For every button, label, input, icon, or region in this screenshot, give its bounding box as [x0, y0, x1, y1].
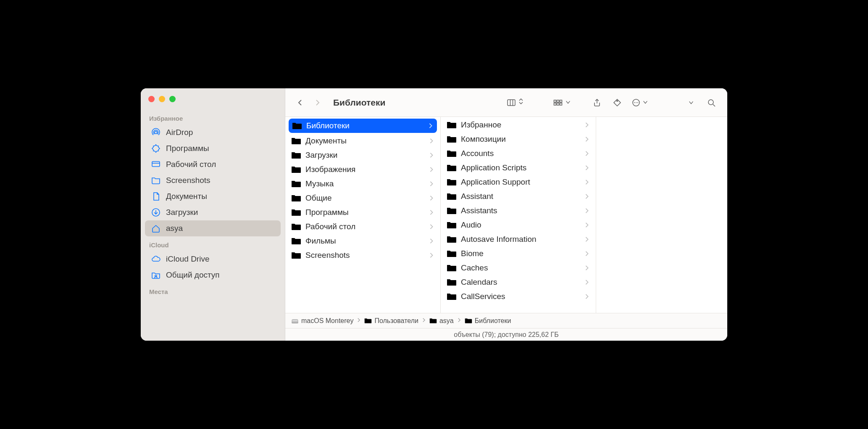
- toolbar-overflow-button[interactable]: [683, 95, 700, 110]
- list-item[interactable]: Application Scripts: [441, 161, 596, 175]
- minimize-button[interactable]: [159, 96, 165, 102]
- finder-window: ИзбранноеAirDropПрограммыРабочий столScr…: [141, 88, 727, 341]
- crumb-label: asya: [439, 317, 454, 325]
- path-crumb[interactable]: asya: [429, 317, 454, 325]
- sidebar-item[interactable]: Программы: [145, 140, 281, 156]
- folder-icon: [447, 249, 457, 258]
- chevron-right-icon: [584, 250, 590, 257]
- column-view: БиблиотекиДокументыЗагрузкиИзображенияМу…: [285, 117, 727, 313]
- search-button[interactable]: [703, 95, 720, 110]
- sidebar-item[interactable]: Загрузки: [145, 204, 281, 220]
- home-icon: [151, 223, 161, 233]
- folder-icon: [465, 318, 472, 324]
- list-item[interactable]: Autosave Information: [441, 232, 596, 246]
- chevron-right-icon: [584, 136, 590, 143]
- list-item[interactable]: Caches: [441, 261, 596, 275]
- sidebar-item[interactable]: iCloud Drive: [145, 251, 281, 267]
- list-item[interactable]: Assistant: [441, 189, 596, 204]
- airdrop-icon: [151, 127, 161, 138]
- list-item[interactable]: Композиции: [441, 132, 596, 146]
- list-item[interactable]: Biome: [441, 246, 596, 261]
- documents-icon: [151, 191, 161, 201]
- chevron-right-icon: [429, 180, 434, 187]
- sidebar-item-label: Общий доступ: [166, 270, 220, 280]
- chevron-right-icon: [429, 138, 434, 144]
- folder-icon: [447, 207, 457, 215]
- item-name: Calendars: [461, 278, 580, 287]
- list-item[interactable]: Audio: [441, 218, 596, 232]
- list-item[interactable]: Библиотеки: [289, 119, 437, 133]
- path-crumb[interactable]: Библиотеки: [465, 317, 511, 325]
- main-area: Библиотеки БиблиотекиДокументыЗагрузки: [285, 88, 727, 341]
- chevron-right-icon: [429, 223, 434, 230]
- status-bar: объекты (79); доступно 225,62 ГБ: [285, 328, 727, 341]
- list-item[interactable]: Application Support: [441, 175, 596, 189]
- path-crumb[interactable]: Пользователи: [364, 317, 418, 325]
- list-item[interactable]: CallServices: [441, 289, 596, 304]
- list-item[interactable]: Accounts: [441, 146, 596, 161]
- list-item[interactable]: Общие: [285, 191, 440, 205]
- item-name: Assistants: [461, 206, 580, 215]
- list-item[interactable]: Фильмы: [285, 234, 440, 248]
- folder-icon: [447, 264, 457, 272]
- list-item[interactable]: Документы: [285, 134, 440, 148]
- chevron-right-icon: [584, 222, 590, 228]
- item-name: Документы: [305, 136, 424, 146]
- chevron-right-icon: [429, 152, 434, 159]
- path-crumb[interactable]: macOS Monterey: [291, 317, 353, 325]
- list-item[interactable]: Музыка: [285, 177, 440, 191]
- chevron-down-icon: [565, 98, 571, 107]
- view-columns-button[interactable]: [504, 95, 526, 110]
- list-item[interactable]: Рабочий стол: [285, 220, 440, 234]
- chevron-right-icon: [584, 150, 590, 157]
- forward-button[interactable]: [310, 95, 325, 110]
- window-title: Библиотеки: [333, 98, 385, 108]
- sidebar-item[interactable]: Общий доступ: [145, 267, 281, 283]
- action-menu-button[interactable]: [629, 95, 651, 110]
- sidebar-item-label: Screenshots: [166, 176, 210, 185]
- list-item[interactable]: Assistants: [441, 204, 596, 218]
- zoom-button[interactable]: [169, 96, 176, 102]
- close-button[interactable]: [148, 96, 155, 102]
- item-name: Autosave Information: [461, 235, 580, 244]
- share-button[interactable]: [589, 95, 605, 110]
- list-item[interactable]: Загрузки: [285, 148, 440, 162]
- folder-icon: [291, 208, 301, 217]
- tags-button[interactable]: [609, 95, 626, 110]
- sidebar-section-header: iCloud: [143, 236, 282, 251]
- disk-icon: [291, 318, 299, 324]
- item-name: Библиотеки: [306, 121, 423, 130]
- list-item[interactable]: Screenshots: [285, 248, 440, 262]
- item-name: Assistant: [461, 192, 580, 201]
- item-name: Application Support: [461, 177, 580, 187]
- folder-icon: [364, 318, 372, 324]
- sidebar-item[interactable]: Screenshots: [145, 172, 281, 188]
- item-name: Музыка: [305, 179, 424, 188]
- sidebar-item-label: iCloud Drive: [166, 254, 209, 264]
- folder-icon: [291, 151, 301, 159]
- downloads-icon: [151, 207, 161, 217]
- toolbar: Библиотеки: [285, 88, 727, 117]
- list-item[interactable]: Изображения: [285, 162, 440, 177]
- shared-icon: [151, 270, 161, 280]
- folder-icon: [291, 165, 301, 174]
- list-item[interactable]: Избранное: [441, 118, 596, 132]
- column[interactable]: [596, 117, 727, 313]
- sidebar: ИзбранноеAirDropПрограммыРабочий столScr…: [141, 88, 285, 341]
- sidebar-item[interactable]: asya: [145, 220, 281, 236]
- chevron-right-icon: [584, 265, 590, 271]
- sidebar-item[interactable]: AirDrop: [145, 124, 281, 140]
- item-name: Audio: [461, 220, 580, 230]
- folder-icon: [447, 178, 457, 186]
- list-item[interactable]: Программы: [285, 205, 440, 220]
- sidebar-item[interactable]: Рабочий стол: [145, 156, 281, 172]
- list-item[interactable]: Calendars: [441, 275, 596, 289]
- column[interactable]: ИзбранноеКомпозицииAccountsApplication S…: [441, 117, 596, 313]
- back-button[interactable]: [293, 95, 307, 110]
- item-name: Screenshots: [305, 251, 424, 260]
- crumb-label: Библиотеки: [475, 317, 511, 325]
- sidebar-item[interactable]: Документы: [145, 188, 281, 204]
- sidebar-item-label: Программы: [166, 144, 209, 153]
- column[interactable]: БиблиотекиДокументыЗагрузкиИзображенияМу…: [285, 117, 441, 313]
- group-by-button[interactable]: [550, 95, 573, 110]
